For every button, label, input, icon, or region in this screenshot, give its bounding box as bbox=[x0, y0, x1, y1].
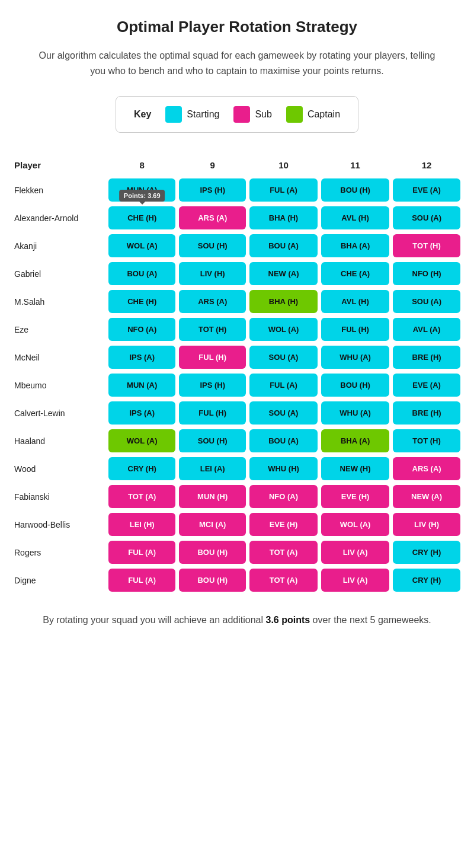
fixture-badge: WHU (A) bbox=[321, 346, 389, 369]
fixture-cell: FUL (H) bbox=[177, 399, 248, 427]
fixture-badge: BOU (A) bbox=[249, 234, 318, 257]
fixture-badge: SOU (H) bbox=[179, 429, 246, 452]
fixture-cell: EVE (H) bbox=[248, 510, 319, 538]
fixture-badge: WHU (H) bbox=[249, 457, 318, 480]
player-name: Wood bbox=[12, 455, 107, 483]
fixture-cell: BOU (H) bbox=[177, 538, 248, 566]
fixture-cell: CRY (H) bbox=[107, 455, 177, 483]
col-header-gw10: 10 bbox=[248, 154, 319, 176]
fixture-cell: BRE (H) bbox=[391, 399, 462, 427]
table-row: GabrielBOU (A)LIV (H)NEW (A)CHE (A)NFO (… bbox=[12, 260, 462, 288]
table-row: HaalandWOL (A)SOU (H)BOU (A)BHA (A)TOT (… bbox=[12, 427, 462, 455]
table-row: Harwood-BellisLEI (H)MCI (A)EVE (H)WOL (… bbox=[12, 510, 462, 538]
fixture-badge: ARS (A) bbox=[393, 457, 460, 480]
key-sub: Sub bbox=[233, 106, 271, 123]
fixture-cell: BHA (A) bbox=[319, 427, 391, 455]
fixture-cell: WOL (A) bbox=[107, 232, 177, 260]
fixture-cell: ARS (A) bbox=[177, 288, 248, 315]
footer-text: By rotating your squad you will achieve … bbox=[12, 612, 462, 628]
fixture-cell: FUL (A) bbox=[248, 176, 319, 204]
player-name: Rogers bbox=[12, 538, 107, 566]
fixture-badge: BOU (H) bbox=[321, 178, 389, 202]
fixture-cell: LEI (H) bbox=[107, 510, 177, 538]
key-captain-label: Captain bbox=[308, 109, 340, 120]
player-name: Haaland bbox=[12, 427, 107, 455]
sub-color-swatch bbox=[233, 106, 250, 123]
fixture-cell: MUN (H) bbox=[177, 483, 248, 510]
fixture-badge: FUL (A) bbox=[249, 374, 318, 397]
fixture-cell: LIV (A) bbox=[319, 538, 391, 566]
fixture-badge: TOT (A) bbox=[108, 485, 175, 508]
fixture-cell: AVL (H) bbox=[319, 204, 391, 232]
fixture-cell: BOU (A) bbox=[248, 427, 319, 455]
fixture-badge: CRY (H) bbox=[108, 457, 175, 480]
fixture-cell: SOU (H) bbox=[177, 427, 248, 455]
fixture-badge: WOL (A) bbox=[108, 429, 175, 452]
fixture-cell: LIV (H) bbox=[177, 260, 248, 288]
fixture-badge: BHA (H) bbox=[249, 206, 318, 229]
fixture-badge: SOU (A) bbox=[393, 206, 460, 229]
captain-color-swatch bbox=[286, 106, 303, 123]
fixture-cell: SOU (A) bbox=[248, 399, 319, 427]
player-name: McNeil bbox=[12, 343, 107, 371]
fixture-cell: IPS (A) bbox=[107, 399, 177, 427]
player-name: Flekken bbox=[12, 176, 107, 204]
fixture-badge: BHA (A) bbox=[321, 429, 389, 452]
fixture-badge: BRE (H) bbox=[393, 346, 460, 369]
fixture-cell: SOU (A) bbox=[391, 288, 462, 315]
footer-after: over the next 5 gameweeks. bbox=[310, 615, 431, 625]
fixture-cell: BHA (H) bbox=[248, 204, 319, 232]
table-row: M.SalahCHE (H)ARS (A)BHA (H)AVL (H)SOU (… bbox=[12, 288, 462, 315]
fixture-badge: ARS (A) bbox=[179, 290, 246, 313]
fixture-badge: FUL (H) bbox=[179, 346, 246, 369]
fixture-badge: WOL (A) bbox=[321, 513, 389, 536]
page-title: Optimal Player Rotation Strategy bbox=[12, 18, 462, 36]
fixture-cell: BRE (H) bbox=[391, 343, 462, 371]
fixture-cell: WOL (A) bbox=[107, 427, 177, 455]
fixture-badge: CRY (H) bbox=[393, 569, 460, 592]
fixture-badge: CHE (A) bbox=[321, 262, 389, 285]
fixture-badge: LEI (H) bbox=[108, 513, 175, 536]
fixture-badge: BOU (A) bbox=[108, 262, 175, 285]
fixture-cell: WOL (A) bbox=[319, 510, 391, 538]
fixture-badge: AVL (H) bbox=[321, 206, 389, 229]
fixture-badge: FUL (A) bbox=[108, 541, 175, 564]
fixture-badge: AVL (H) bbox=[321, 290, 389, 313]
fixture-cell: LIV (A) bbox=[319, 566, 391, 594]
fixture-cell: NEW (H) bbox=[319, 455, 391, 483]
fixture-badge: FUL (H) bbox=[179, 401, 246, 425]
fixture-badge: TOT (A) bbox=[249, 541, 318, 564]
fixture-cell: FUL (H) bbox=[319, 315, 391, 343]
fixture-cell: EVE (H) bbox=[319, 483, 391, 510]
player-name: Alexander-Arnold bbox=[12, 204, 107, 232]
fixture-badge: BOU (H) bbox=[179, 541, 246, 564]
fixture-cell: BOU (A) bbox=[248, 232, 319, 260]
fixture-badge: IPS (A) bbox=[108, 346, 175, 369]
fixture-badge: BOU (A) bbox=[249, 429, 318, 452]
fixture-cell: BOU (H) bbox=[319, 371, 391, 399]
fixture-badge: WHU (A) bbox=[321, 401, 389, 425]
col-header-gw9: 9 bbox=[177, 154, 248, 176]
key-sub-label: Sub bbox=[255, 109, 271, 120]
fixture-cell: WHU (H) bbox=[248, 455, 319, 483]
fixture-badge: EVE (H) bbox=[321, 485, 389, 508]
footer-before: By rotating your squad you will achieve … bbox=[43, 615, 265, 625]
fixture-cell: IPS (H) bbox=[177, 371, 248, 399]
table-row: Calvert-LewinIPS (A)FUL (H)SOU (A)WHU (A… bbox=[12, 399, 462, 427]
fixture-cell: IPS (H) bbox=[177, 176, 248, 204]
fixture-badge: TOT (A) bbox=[249, 569, 318, 592]
col-header-gw12: 12 bbox=[391, 154, 462, 176]
fixture-badge: BRE (H) bbox=[393, 401, 460, 425]
player-name: Mbeumo bbox=[12, 371, 107, 399]
key-starting-label: Starting bbox=[187, 109, 219, 120]
fixture-badge: NFO (H) bbox=[393, 262, 460, 285]
player-name: Fabianski bbox=[12, 483, 107, 510]
fixture-cell: TOT (A) bbox=[248, 538, 319, 566]
fixture-cell: TOT (A) bbox=[107, 483, 177, 510]
fixture-cell: BHA (A) bbox=[319, 232, 391, 260]
fixture-badge: TOT (H) bbox=[179, 318, 246, 341]
fixture-cell: EVE (A) bbox=[391, 176, 462, 204]
fixture-badge: SOU (A) bbox=[249, 401, 318, 425]
legend-box: Key Starting Sub Captain bbox=[116, 96, 358, 133]
fixture-badge: MUN (H) bbox=[179, 485, 246, 508]
